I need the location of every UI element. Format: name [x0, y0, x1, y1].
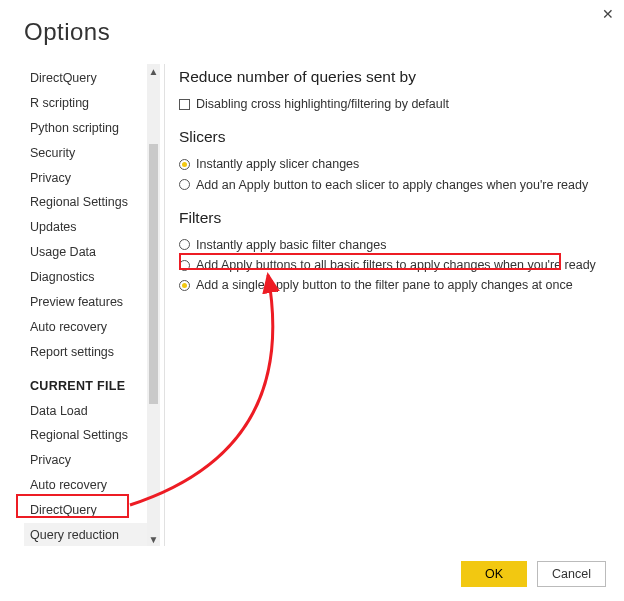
label-filter-all: Add Apply buttons to all basic filters t… [196, 257, 596, 273]
heading-filters: Filters [179, 209, 602, 227]
sidebar-item[interactable]: Regional Settings [24, 423, 147, 448]
cancel-button[interactable]: Cancel [537, 561, 606, 587]
dialog-title: Options [24, 18, 602, 46]
settings-pane: Reduce number of queries sent by Disabli… [179, 64, 602, 546]
sidebar-item[interactable]: Regional Settings [24, 190, 147, 215]
label-filter-instant: Instantly apply basic filter changes [196, 237, 386, 253]
sidebar-item[interactable]: Preview features [24, 290, 147, 315]
sidebar-item[interactable]: DirectQuery [24, 498, 147, 523]
checkbox-disable-cross[interactable] [179, 99, 190, 110]
sidebar-item[interactable]: DirectQuery [24, 66, 147, 91]
label-slicer-apply: Add an Apply button to each slicer to ap… [196, 177, 588, 193]
sidebar-item[interactable]: Query reduction [24, 523, 147, 546]
sidebar-item[interactable]: Auto recovery [24, 315, 147, 340]
scroll-down-icon[interactable]: ▼ [147, 532, 160, 546]
radio-slicer-instant[interactable] [179, 159, 190, 170]
sidebar-item[interactable]: Security [24, 141, 147, 166]
sidebar-scrollbar[interactable]: ▲ ▼ [147, 64, 160, 546]
heading-slicers: Slicers [179, 128, 602, 146]
heading-reduce: Reduce number of queries sent by [179, 68, 602, 86]
sidebar-item[interactable]: Privacy [24, 448, 147, 473]
ok-button[interactable]: OK [461, 561, 527, 587]
radio-filter-instant[interactable] [179, 239, 190, 250]
sidebar-item[interactable]: Auto recovery [24, 473, 147, 498]
sidebar-item[interactable]: Diagnostics [24, 265, 147, 290]
sidebar-item[interactable]: Privacy [24, 166, 147, 191]
radio-filter-all[interactable] [179, 260, 190, 271]
vertical-divider [164, 64, 165, 546]
close-icon[interactable]: ✕ [602, 6, 614, 22]
sidebar-section-header: CURRENT FILE [24, 365, 147, 399]
sidebar-item[interactable]: Updates [24, 215, 147, 240]
sidebar-item[interactable]: R scripting [24, 91, 147, 116]
sidebar-item[interactable]: Usage Data [24, 240, 147, 265]
label-disable-cross: Disabling cross highlighting/filtering b… [196, 96, 449, 112]
label-filter-single: Add a single Apply button to the filter … [196, 277, 573, 293]
sidebar-item[interactable]: Data Load [24, 399, 147, 424]
sidebar-item[interactable]: Report settings [24, 340, 147, 365]
scroll-thumb[interactable] [149, 144, 158, 404]
sidebar-item[interactable]: Python scripting [24, 116, 147, 141]
label-slicer-instant: Instantly apply slicer changes [196, 156, 359, 172]
scroll-up-icon[interactable]: ▲ [147, 64, 160, 78]
radio-slicer-apply[interactable] [179, 179, 190, 190]
nav-sidebar: DirectQueryR scriptingPython scriptingSe… [24, 64, 160, 546]
radio-filter-single[interactable] [179, 280, 190, 291]
